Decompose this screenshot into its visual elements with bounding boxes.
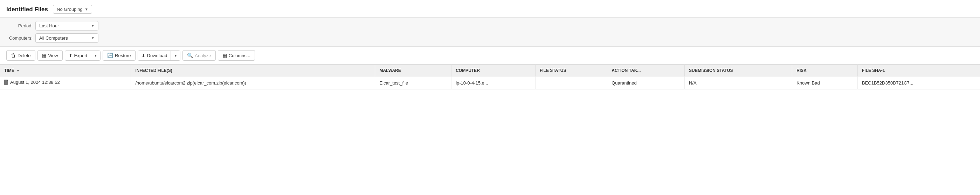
filters-section: Period: Last Hour ▼ Computers: All Compu… xyxy=(0,18,980,46)
export-arrow[interactable]: ▼ xyxy=(91,51,100,60)
columns-button[interactable]: ▦ Columns... xyxy=(218,50,255,61)
col-time: TIME ▼ xyxy=(0,65,131,77)
cell-file-sha1: BEC1B52D350D721C7... xyxy=(858,77,980,90)
trash-icon: 🗑 xyxy=(11,53,16,58)
file-doc-icon xyxy=(4,80,8,85)
grouping-dropdown[interactable]: No Grouping ▼ xyxy=(53,5,92,14)
chevron-down-icon: ▼ xyxy=(91,36,95,40)
analyze-icon: 🔍 xyxy=(187,53,193,58)
period-select[interactable]: Last Hour ▼ xyxy=(35,21,99,30)
columns-label: Columns... xyxy=(229,53,250,58)
period-label: Period: xyxy=(6,23,33,29)
period-value: Last Hour xyxy=(39,23,59,29)
view-button[interactable]: ▦ View xyxy=(38,50,63,61)
cell-malware: Eicar_test_file xyxy=(375,77,452,90)
download-arrow[interactable]: ▼ xyxy=(171,51,180,60)
chevron-down-icon: ▼ xyxy=(85,7,88,11)
computers-label: Computers: xyxy=(6,35,33,41)
columns-icon: ▦ xyxy=(223,53,227,58)
view-label: View xyxy=(48,53,58,58)
restore-label: Restore xyxy=(115,53,131,58)
download-button-split: ⬇ Download ▼ xyxy=(138,51,181,61)
computers-filter-row: Computers: All Computers ▼ xyxy=(6,33,974,43)
period-filter-row: Period: Last Hour ▼ xyxy=(6,21,974,30)
toolbar: 🗑 Delete ▦ View ⬆ Export ▼ 🔄 Restore ⬇ D… xyxy=(0,46,980,64)
delete-label: Delete xyxy=(18,53,31,58)
col-computer: COMPUTER xyxy=(452,65,536,77)
download-label: Download xyxy=(147,53,167,58)
delete-button[interactable]: 🗑 Delete xyxy=(6,50,35,61)
col-malware: MALWARE xyxy=(375,65,452,77)
table-wrapper: TIME ▼ INFECTED FILE(S) MALWARE COMPUTER… xyxy=(0,64,980,90)
cell-infected-files: /home/ubuntu/eicarcom2.zip(eicar_com.zip… xyxy=(131,77,375,90)
download-main[interactable]: ⬇ Download xyxy=(138,51,171,60)
export-label: Export xyxy=(74,53,88,58)
files-table: TIME ▼ INFECTED FILE(S) MALWARE COMPUTER… xyxy=(0,64,980,90)
cell-submission-status: N/A xyxy=(684,77,792,90)
header: Identified Files No Grouping ▼ xyxy=(0,0,980,18)
table-row[interactable]: August 1, 2024 12:38:52 /home/ubuntu/eic… xyxy=(0,77,980,90)
export-main[interactable]: ⬆ Export xyxy=(65,51,91,60)
svg-marker-1 xyxy=(7,80,8,81)
col-file-sha1: FILE SHA-1 xyxy=(858,65,980,77)
page-wrapper: Identified Files No Grouping ▼ Period: L… xyxy=(0,0,980,90)
analyze-button[interactable]: 🔍 Analyze xyxy=(183,50,215,61)
cell-time: August 1, 2024 12:38:52 xyxy=(0,77,131,90)
grouping-label: No Grouping xyxy=(57,6,83,12)
sort-icon: ▼ xyxy=(16,69,20,73)
export-icon: ⬆ xyxy=(68,53,73,58)
col-risk: RISK xyxy=(792,65,858,77)
computers-value: All Computers xyxy=(39,35,68,41)
cell-risk: Known Bad xyxy=(792,77,858,90)
cell-action-taken: Quarantined xyxy=(607,77,685,90)
table-header-row: TIME ▼ INFECTED FILE(S) MALWARE COMPUTER… xyxy=(0,65,980,77)
view-icon: ▦ xyxy=(42,53,46,58)
download-icon: ⬇ xyxy=(142,53,145,58)
col-action-taken: ACTION TAK... xyxy=(607,65,685,77)
page-title: Identified Files xyxy=(6,6,48,13)
restore-button[interactable]: 🔄 Restore xyxy=(103,50,135,61)
computers-select[interactable]: All Computers ▼ xyxy=(35,33,99,43)
cell-computer: ip-10-0-4-15.e... xyxy=(452,77,536,90)
analyze-label: Analyze xyxy=(195,53,211,58)
col-submission-status: SUBMISSION STATUS xyxy=(684,65,792,77)
col-file-status: FILE STATUS xyxy=(535,65,607,77)
col-infected-files: INFECTED FILE(S) xyxy=(131,65,375,77)
export-button-split: ⬆ Export ▼ xyxy=(65,51,100,61)
restore-icon: 🔄 xyxy=(107,53,113,58)
chevron-down-icon: ▼ xyxy=(91,24,95,28)
cell-file-status xyxy=(535,77,607,90)
